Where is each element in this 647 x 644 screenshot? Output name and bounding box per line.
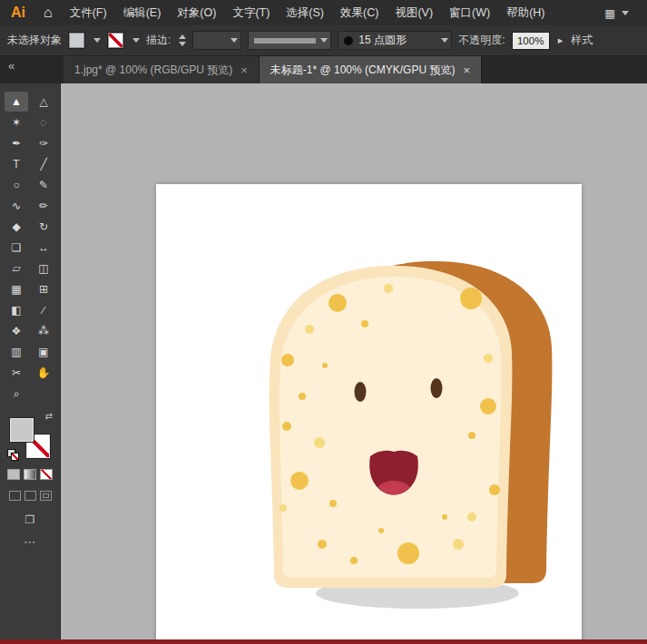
scale-tool[interactable]: ❏	[5, 238, 28, 258]
symbol-sprayer-tool[interactable]: ⁂	[32, 321, 55, 341]
home-icon[interactable]: ⌂	[34, 5, 62, 21]
draw-normal-button[interactable]	[9, 491, 21, 501]
line-segment-tool[interactable]: ╱	[32, 154, 55, 174]
selection-status: 未选择对象	[7, 33, 62, 48]
workspace-switcher[interactable]: ▦	[604, 6, 647, 20]
menu-type[interactable]: 文字(T)	[224, 0, 278, 25]
menu-select[interactable]: 选择(S)	[278, 0, 332, 25]
brush-name: 15 点圆形	[358, 33, 434, 48]
toast-spot	[468, 432, 475, 439]
draw-behind-button[interactable]	[25, 491, 36, 501]
stroke-weight-dropdown[interactable]	[192, 31, 241, 50]
close-icon[interactable]: ×	[240, 63, 248, 77]
stepper-up-icon[interactable]	[179, 34, 186, 39]
toast-spot	[397, 542, 419, 564]
more-tools-button[interactable]: ⋯	[0, 535, 60, 549]
panel-collapse-button[interactable]: «	[0, 56, 64, 83]
toast-illustration[interactable]	[156, 184, 582, 644]
none-button[interactable]	[40, 469, 53, 480]
toast-eye-right	[431, 378, 443, 398]
perspective-grid-tool[interactable]: ▦	[5, 279, 28, 299]
default-fill-stroke-icon[interactable]	[7, 449, 19, 461]
toast-spot	[480, 398, 496, 415]
curvature-tool[interactable]: ✑	[32, 133, 55, 153]
toast-spot	[322, 363, 328, 368]
artboard-tool[interactable]: ▣	[32, 342, 55, 362]
draw-mode-row	[0, 491, 60, 501]
fill-caret-icon[interactable]	[93, 38, 101, 43]
menu-edit[interactable]: 编辑(E)	[115, 0, 170, 25]
lasso-tool[interactable]: ◌	[32, 112, 55, 132]
weight-caret-icon	[230, 38, 238, 43]
stepper-down-icon[interactable]	[179, 42, 186, 46]
brush-preview-dot	[344, 36, 353, 45]
toast-spot	[361, 320, 368, 327]
draw-inside-button[interactable]	[40, 491, 52, 501]
canvas-area[interactable]	[61, 83, 647, 644]
paintbrush-tool[interactable]: ✎	[32, 175, 55, 195]
slice-tool[interactable]: ✂	[5, 363, 28, 383]
toast-spot	[453, 539, 464, 550]
brush-definition-dropdown[interactable]: 15 点圆形	[338, 31, 452, 50]
rotate-tool[interactable]: ↻	[32, 217, 55, 237]
stroke-weight-stepper[interactable]	[179, 34, 186, 46]
toast-eye-left	[355, 382, 367, 402]
toast-spot	[484, 354, 493, 363]
profile-caret-icon	[320, 38, 328, 43]
pencil-tool[interactable]: ✏	[32, 196, 55, 216]
opacity-input[interactable]: 100%	[512, 32, 550, 50]
blend-tool[interactable]: ❖	[5, 321, 28, 341]
toast-spot	[328, 294, 347, 312]
color-button[interactable]	[7, 469, 20, 480]
menu-effect[interactable]: 效果(C)	[332, 0, 387, 25]
toast-spot	[305, 325, 314, 334]
control-bar: 未选择对象 描边: 15 点圆形 不透明度: 100% ▸ 样式	[0, 25, 647, 56]
fill-color-swatch[interactable]	[68, 32, 85, 49]
close-icon[interactable]: ×	[463, 63, 470, 77]
mesh-tool[interactable]: ⊞	[32, 279, 55, 299]
free-transform-tool[interactable]: ▱	[5, 259, 28, 278]
magic-wand-tool[interactable]: ✶	[5, 112, 28, 132]
menu-object[interactable]: 对象(O)	[169, 0, 224, 25]
stroke-caret-icon[interactable]	[132, 38, 140, 43]
workspace-icon: ▦	[604, 6, 615, 20]
shape-tool[interactable]: ○	[5, 175, 28, 195]
eyedropper-tool[interactable]: ∕	[32, 300, 55, 320]
tab-document-1[interactable]: 1.jpg* @ 100% (RGB/GPU 预览) ×	[64, 56, 260, 83]
toast-spot	[460, 288, 482, 309]
gradient-button[interactable]	[24, 469, 36, 480]
selection-tool[interactable]: ▲	[5, 92, 28, 112]
gradient-tool[interactable]: ◧	[5, 300, 28, 320]
tab-document-2[interactable]: 未标题-1* @ 100% (CMYK/GPU 预览) ×	[260, 56, 482, 83]
menu-help[interactable]: 帮助(H)	[498, 0, 553, 25]
direct-selection-tool[interactable]: △	[32, 92, 55, 112]
swap-fill-stroke-icon[interactable]: ⇄	[45, 411, 53, 421]
fill-stroke-control: ⇄	[10, 416, 50, 458]
zoom-tool[interactable]: ⌕	[5, 384, 28, 404]
column-graph-tool[interactable]: ▥	[5, 342, 28, 362]
stroke-color-swatch[interactable]	[107, 32, 124, 49]
opacity-label: 不透明度:	[458, 33, 505, 48]
pen-tool[interactable]: ✒	[5, 133, 28, 153]
type-tool[interactable]: T	[5, 154, 28, 174]
menu-view[interactable]: 视图(V)	[387, 0, 441, 25]
style-label: 样式	[571, 33, 593, 48]
screen-mode-button[interactable]: ❐	[0, 513, 60, 526]
fill-color-well[interactable]	[10, 418, 34, 442]
menu-window[interactable]: 窗口(W)	[441, 0, 498, 25]
hand-tool[interactable]: ✋	[32, 363, 55, 383]
width-profile-dropdown[interactable]	[248, 31, 331, 50]
shaper-tool[interactable]: ∿	[5, 196, 28, 216]
eraser-tool[interactable]: ◆	[5, 217, 28, 237]
toast-spot	[350, 557, 358, 564]
toast-spot	[282, 422, 291, 431]
chevron-down-icon	[622, 11, 629, 15]
tab-title: 未标题-1* @ 100% (CMYK/GPU 预览)	[270, 63, 456, 78]
shape-builder-tool[interactable]: ◫	[32, 259, 55, 278]
stroke-label: 描边:	[146, 33, 171, 48]
opacity-flyout-icon[interactable]: ▸	[556, 34, 565, 46]
menu-file[interactable]: 文件(F)	[62, 0, 115, 25]
tools-panel: ▲△✶◌✒✑T╱○✎∿✏◆↻❏↔▱◫▦⊞◧∕❖⁂▥▣✂✋⌕ ⇄ ❐ ⋯	[0, 83, 61, 644]
width-tool[interactable]: ↔	[32, 238, 55, 258]
artboard[interactable]	[156, 184, 582, 644]
